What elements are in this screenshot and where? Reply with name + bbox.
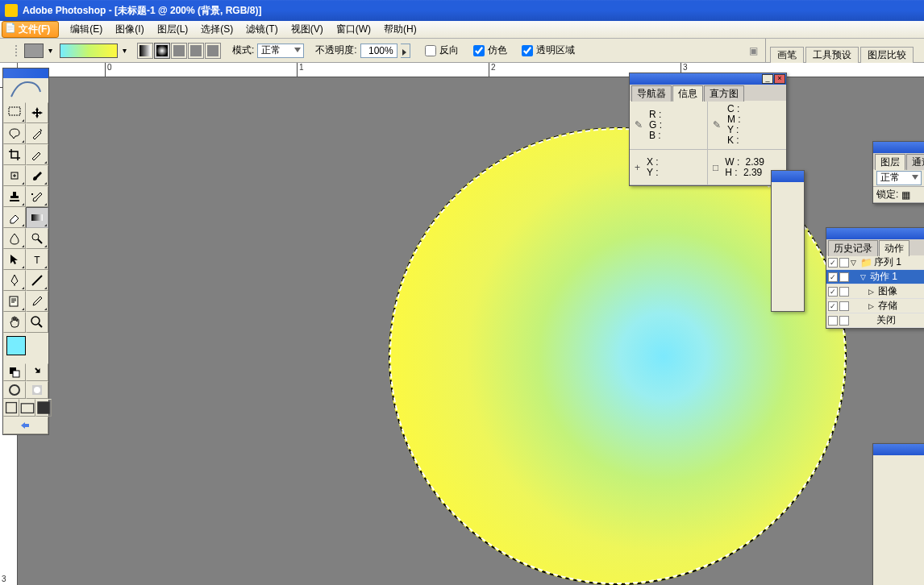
menu-select[interactable]: 选择(S): [194, 21, 239, 38]
info-palette[interactable]: _ × 导航器 信息 直方图 ✎ R :G :B : ✎ C :M :Y :K …: [629, 73, 787, 186]
menu-window[interactable]: 窗口(W): [330, 21, 377, 38]
notes-tool[interactable]: [3, 291, 26, 312]
tool-preset-picker[interactable]: [24, 44, 44, 58]
toggle-icon[interactable]: [828, 258, 838, 268]
layers-titlebar[interactable]: [873, 142, 924, 153]
expand-icon[interactable]: ▷: [868, 288, 876, 296]
menu-help[interactable]: 帮助(H): [377, 21, 423, 38]
expand-icon[interactable]: ▽: [860, 273, 868, 281]
tab-channels[interactable]: 通道: [906, 154, 924, 170]
dither-checkbox[interactable]: 仿色: [473, 44, 507, 57]
stamp-tool[interactable]: [3, 186, 26, 207]
actions-row[interactable]: ▷ 存储: [826, 299, 924, 313]
collapsed-titlebar[interactable]: [772, 171, 804, 182]
healing-tool[interactable]: [3, 165, 26, 186]
gradient-diamond[interactable]: [205, 43, 221, 59]
expand-icon[interactable]: ▷: [868, 302, 876, 310]
toggle-icon[interactable]: [828, 287, 838, 297]
dialog-icon[interactable]: [839, 258, 849, 268]
collapsed2-titlebar[interactable]: [873, 444, 924, 455]
actions-titlebar[interactable]: [826, 228, 924, 239]
dialog-icon[interactable]: [839, 272, 849, 282]
gradient-picker[interactable]: [60, 44, 118, 58]
tab-tool-presets[interactable]: 工具预设: [805, 47, 859, 63]
tab-layers[interactable]: 图层: [875, 154, 905, 170]
tab-info[interactable]: 信息: [672, 85, 703, 102]
toggle-icon[interactable]: [828, 316, 838, 326]
tab-brushes[interactable]: 画笔: [770, 47, 804, 63]
menu-filter[interactable]: 滤镜(T): [239, 21, 284, 38]
dialog-icon[interactable]: [839, 301, 849, 311]
ruler-horizontal[interactable]: 0 1 2 3: [18, 63, 924, 77]
brush-tool[interactable]: [26, 165, 48, 186]
actions-row[interactable]: 关闭: [826, 313, 924, 328]
canvas[interactable]: [37, 77, 924, 585]
menu-edit[interactable]: 编辑(E): [64, 21, 109, 38]
tab-actions[interactable]: 动作: [879, 240, 909, 256]
actions-palette[interactable]: 历史记录 动作 ▽ 📁 序列 1 ▽ 动作 1 ▷: [826, 227, 924, 329]
expand-icon[interactable]: ▽: [851, 259, 859, 267]
actions-row[interactable]: ▷ 图像: [826, 284, 924, 299]
screen-full-icon[interactable]: [35, 399, 52, 417]
dialog-icon[interactable]: [839, 316, 849, 326]
eyedropper-tool[interactable]: [26, 291, 48, 312]
quickmask-mode-icon[interactable]: [26, 381, 48, 399]
canvas-viewport[interactable]: [37, 77, 924, 585]
type-tool[interactable]: T: [26, 249, 48, 270]
info-titlebar[interactable]: _ ×: [630, 73, 786, 85]
standard-mode-icon[interactable]: [3, 381, 26, 399]
tools-titlebar[interactable]: [3, 68, 48, 78]
marquee-tool[interactable]: [3, 102, 26, 123]
gradient-reflected[interactable]: [188, 43, 204, 59]
tab-history[interactable]: 历史记录: [828, 240, 878, 256]
crop-tool[interactable]: [3, 144, 26, 165]
toggle-icon[interactable]: [828, 301, 838, 311]
layer-blend-select[interactable]: 正常: [876, 171, 922, 185]
tools-palette[interactable]: T: [2, 68, 49, 435]
screen-full-menu-icon[interactable]: [19, 399, 35, 417]
layers-palette[interactable]: 图层 通道 正常 锁定: ▦: [872, 141, 924, 204]
dialog-icon[interactable]: [839, 287, 849, 297]
foreground-color-swatch[interactable]: [6, 336, 26, 355]
lock-pixels-icon[interactable]: ▦: [901, 189, 910, 201]
collapsed-palette-2[interactable]: [872, 443, 924, 585]
zoom-tool[interactable]: [26, 312, 48, 333]
transparency-checkbox[interactable]: 透明区域: [522, 44, 575, 57]
collapsed-palette[interactable]: [771, 170, 805, 312]
toggle-palettes-icon[interactable]: ▣: [744, 42, 762, 60]
pen-tool[interactable]: [3, 270, 26, 291]
swap-colors-icon[interactable]: [26, 363, 48, 381]
gradient-radial[interactable]: [154, 43, 170, 59]
gradient-tool[interactable]: [26, 207, 48, 228]
menu-layer[interactable]: 图层(L): [151, 21, 195, 38]
gradient-angle[interactable]: [171, 43, 187, 59]
move-tool[interactable]: [26, 102, 48, 123]
toggle-icon[interactable]: [828, 272, 838, 282]
minimize-icon[interactable]: _: [762, 74, 773, 84]
shape-tool[interactable]: [26, 270, 48, 291]
lasso-tool[interactable]: [3, 123, 26, 144]
menu-view[interactable]: 视图(V): [285, 21, 330, 38]
tab-histogram[interactable]: 直方图: [704, 85, 744, 102]
actions-row[interactable]: ▽ 📁 序列 1: [826, 255, 924, 270]
history-brush-tool[interactable]: [26, 186, 48, 207]
tab-navigator[interactable]: 导航器: [631, 85, 672, 102]
screen-std-icon[interactable]: [3, 399, 19, 417]
jump-to-imageready-icon[interactable]: [3, 417, 48, 434]
opacity-input[interactable]: 100%: [360, 44, 397, 58]
blur-tool[interactable]: [3, 228, 26, 249]
blend-mode-select[interactable]: 正常: [257, 44, 304, 58]
menu-image[interactable]: 图像(I): [109, 21, 150, 38]
close-icon[interactable]: ×: [774, 74, 785, 84]
default-colors-icon[interactable]: [3, 363, 26, 381]
path-select-tool[interactable]: [3, 249, 26, 270]
hand-tool[interactable]: [3, 312, 26, 333]
slice-tool[interactable]: [26, 144, 48, 165]
reverse-checkbox[interactable]: 反向: [425, 44, 459, 57]
optionsbar-grip[interactable]: [15, 43, 18, 59]
tab-layer-comps[interactable]: 图层比较: [860, 47, 914, 63]
file-menu[interactable]: 文件(F): [2, 21, 59, 38]
dodge-tool[interactable]: [26, 228, 48, 249]
actions-row[interactable]: ▽ 动作 1: [826, 270, 924, 284]
opacity-flyout[interactable]: [401, 44, 410, 58]
